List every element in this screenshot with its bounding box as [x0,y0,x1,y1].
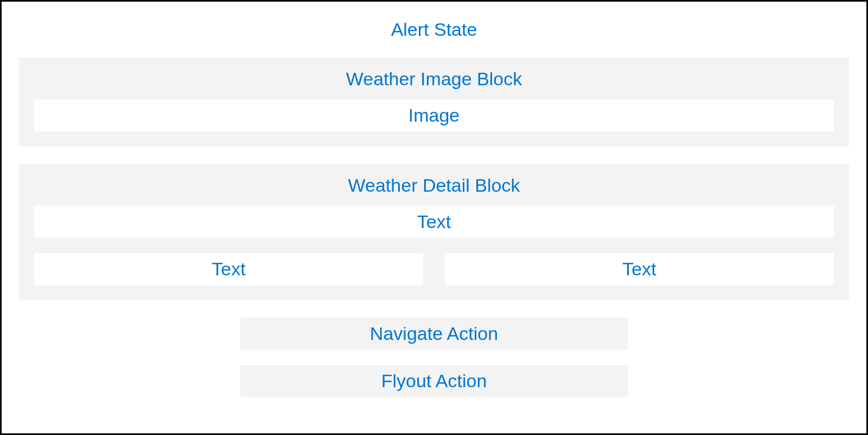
alert-state-frame: Alert State Weather Image Block Image We… [0,0,868,435]
text-placeholder-1: Text [34,206,834,238]
text-placeholder-3: Text [445,253,834,285]
page-title: Alert State [19,19,849,40]
flyout-action-row: Flyout Action [19,365,849,397]
text-placeholder-2: Text [34,253,423,285]
weather-image-block-title: Weather Image Block [34,68,834,90]
detail-row: Text Text [34,253,834,285]
weather-detail-block: Weather Detail Block Text Text Text [19,164,849,300]
navigate-action: Navigate Action [240,318,628,350]
flyout-action: Flyout Action [240,365,628,397]
image-placeholder: Image [34,99,834,131]
weather-detail-block-title: Weather Detail Block [34,175,834,196]
weather-image-block: Weather Image Block Image [19,58,849,147]
navigate-action-row: Navigate Action [19,318,849,350]
